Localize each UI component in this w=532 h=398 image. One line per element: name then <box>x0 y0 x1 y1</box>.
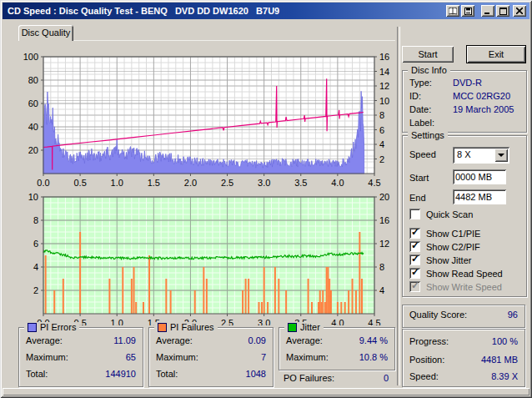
average-label: Average: <box>156 335 193 345</box>
id-value: MCC 02RG20 <box>453 91 510 101</box>
exit-button[interactable]: Exit <box>467 46 525 63</box>
checkmark-icon: ✓ <box>411 266 419 278</box>
minimize-button[interactable] <box>481 5 494 17</box>
pi-errors-legend: PI Errors <box>24 322 79 332</box>
app-window: CD Speed : Disc Quality Test - BENQ DVD … <box>0 0 532 398</box>
date-label: Date: <box>409 104 453 114</box>
progress-panel: Progress: 100 % Position: 4481 MB Speed:… <box>402 329 525 387</box>
vertical-divider <box>397 27 400 385</box>
svg-text:2.0: 2.0 <box>184 178 197 188</box>
end-input[interactable] <box>453 189 506 204</box>
type-label: Type: <box>409 78 453 88</box>
checkmark-icon: ✓ <box>411 280 419 291</box>
jitter-legend: Jitter <box>284 322 324 332</box>
settings-legend-label: Settings <box>411 130 444 140</box>
pi-failures-legend-label: PI Failures <box>170 322 214 332</box>
svg-text:0.5: 0.5 <box>73 178 86 188</box>
floppy-save-icon <box>464 8 472 15</box>
checkmark-icon: ✓ <box>411 253 419 264</box>
show-read-speed-checkbox[interactable]: ✓ Show Read Speed <box>409 268 503 279</box>
svg-text:3.0: 3.0 <box>258 178 270 188</box>
checkmark-icon: ✓ <box>411 239 419 251</box>
average-label: Average: <box>286 335 323 345</box>
title-bar: CD Speed : Disc Quality Test - BENQ DVD … <box>3 3 529 19</box>
svg-text:8: 8 <box>379 262 384 272</box>
svg-text:3.5: 3.5 <box>294 178 307 188</box>
exit-button-label: Exit <box>489 49 504 59</box>
checkbox-box: ✓ <box>409 241 420 252</box>
svg-text:12: 12 <box>379 81 389 91</box>
po-failures-value: 0 <box>384 373 389 383</box>
quality-score-row: Quality Score: 96 <box>409 310 518 320</box>
svg-text:100: 100 <box>23 52 38 62</box>
svg-text:4: 4 <box>379 139 384 149</box>
svg-text:4: 4 <box>379 285 384 295</box>
show-c2-pif-label: Show C2/PIF <box>426 242 480 252</box>
speed-combobox-dropdown-button[interactable] <box>494 149 508 162</box>
maximum-value: 65 <box>126 352 136 362</box>
start-button[interactable]: Start <box>402 46 454 63</box>
speed-combobox[interactable]: 8 X <box>453 147 509 164</box>
end-field-label: End <box>409 193 426 203</box>
pi-failures-total-row: Total: 1048 <box>156 369 266 379</box>
start-input[interactable] <box>453 169 506 184</box>
window-title: CD Speed : Disc Quality Test - BENQ DVD … <box>3 6 279 16</box>
svg-text:10: 10 <box>379 96 389 106</box>
show-c1-pie-checkbox[interactable]: ✓ Show C1/PIE <box>409 228 480 239</box>
settings-legend: Settings <box>408 130 448 140</box>
svg-text:8: 8 <box>379 110 384 120</box>
svg-text:0.0: 0.0 <box>37 178 49 188</box>
pi-failures-legend: PI Failures <box>154 322 218 332</box>
minimize-icon <box>484 8 491 14</box>
pi-errors-total-row: Total: 144910 <box>26 369 136 379</box>
average-label: Average: <box>26 335 63 345</box>
maximum-value: 10.8 % <box>359 352 388 362</box>
titlebar-controls <box>444 5 526 17</box>
speed-label: Speed <box>409 149 436 159</box>
save-button-titlebar[interactable] <box>461 5 474 17</box>
average-value: 9.44 % <box>359 335 388 345</box>
position-value: 4481 MB <box>481 355 518 365</box>
pie-readspeed-chart: 0.00.51.01.52.02.53.03.54.04.51008060402… <box>17 50 399 189</box>
compare-button[interactable] <box>446 5 459 17</box>
svg-text:3.0: 3.0 <box>258 318 270 325</box>
book-icon <box>449 8 457 15</box>
progress-row: Progress: 100 % <box>409 336 518 346</box>
show-jitter-checkbox[interactable]: ✓ Show Jitter <box>409 254 471 265</box>
tab-disc-quality[interactable]: Disc Quality <box>18 25 73 41</box>
quick-scan-checkbox[interactable]: ✓ Quick Scan <box>409 209 473 219</box>
pi-failures-group: PI Failures Average: 0.09 Maximum: 7 Tot… <box>148 327 274 387</box>
svg-text:1.5: 1.5 <box>148 178 160 188</box>
svg-text:14: 14 <box>379 67 389 77</box>
svg-text:20: 20 <box>28 145 38 155</box>
status-bar <box>3 388 529 395</box>
progress-label: Progress: <box>409 336 449 346</box>
show-read-speed-label: Show Read Speed <box>426 269 503 279</box>
disc-label-row: Label: <box>409 118 519 128</box>
disc-date-row: Date: 19 March 2005 <box>409 104 519 114</box>
maximum-label: Maximum: <box>156 352 198 362</box>
total-value: 1048 <box>246 369 266 379</box>
quality-score-label: Quality Score: <box>409 310 467 320</box>
checkmark-icon: ✓ <box>411 226 419 238</box>
jitter-legend-label: Jitter <box>300 322 320 332</box>
maximum-label: Maximum: <box>286 352 329 362</box>
type-value: DVD-R <box>453 78 482 88</box>
svg-text:8: 8 <box>33 215 38 225</box>
close-button[interactable] <box>513 5 526 17</box>
svg-text:80: 80 <box>28 75 38 85</box>
speed-row: Speed: 8.39 X <box>409 371 518 381</box>
show-write-speed-checkbox: ✓ Show Write Speed <box>409 281 502 292</box>
svg-text:40: 40 <box>28 122 38 132</box>
tab-strip-line <box>73 40 395 41</box>
maximize-button[interactable] <box>496 5 509 17</box>
svg-text:4.5: 4.5 <box>368 178 380 188</box>
start-field-label: Start <box>409 173 429 183</box>
disc-info-legend-label: Disc Info <box>411 65 447 75</box>
svg-text:1.0: 1.0 <box>111 318 123 325</box>
close-icon <box>516 8 523 14</box>
pi-errors-average-row: Average: 11.09 <box>26 335 136 345</box>
pi-failures-color-swatch <box>158 323 167 332</box>
quality-score-panel: Quality Score: 96 <box>402 305 525 328</box>
show-c2-pif-checkbox[interactable]: ✓ Show C2/PIF <box>409 241 480 252</box>
